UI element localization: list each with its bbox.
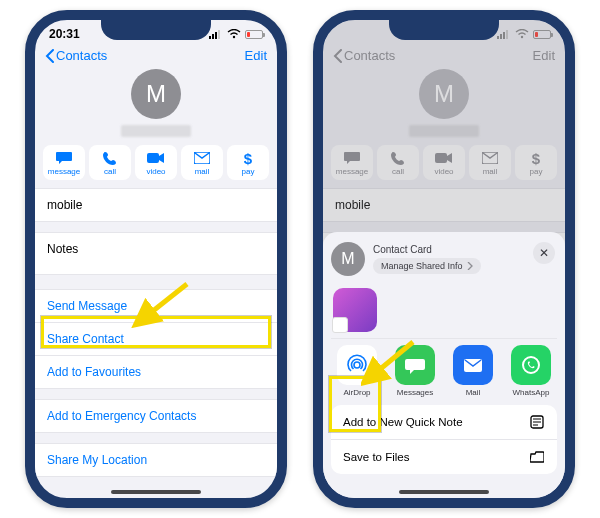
home-indicator[interactable] [111, 490, 201, 494]
battery-icon [245, 30, 263, 39]
notes-label: Notes [35, 233, 277, 274]
status-icons [209, 29, 263, 39]
close-button[interactable]: ✕ [533, 242, 555, 264]
chevron-left-icon [45, 49, 54, 63]
call-label: call [104, 167, 116, 176]
svg-rect-2 [215, 32, 217, 39]
svg-point-4 [233, 36, 235, 38]
mail-app-label: Mail [466, 388, 481, 397]
nav-bar: Contacts Edit [35, 44, 277, 67]
messages-app-button[interactable]: Messages [389, 345, 441, 397]
manage-shared-info-button[interactable]: Manage Shared Info [373, 258, 481, 274]
video-icon [147, 151, 165, 165]
pay-button[interactable]: $ pay [227, 145, 269, 180]
share-apps-row: AirDrop Messages Mail WhatsApp [331, 338, 557, 405]
back-button[interactable]: Contacts [45, 48, 107, 63]
airdrop-icon [337, 345, 377, 385]
message-icon [55, 151, 73, 165]
pay-icon: $ [239, 151, 257, 165]
chevron-right-icon [467, 262, 473, 270]
svg-rect-5 [147, 153, 159, 163]
status-time: 20:31 [49, 27, 80, 41]
mail-button[interactable]: mail [181, 145, 223, 180]
add-emergency-link[interactable]: Add to Emergency Contacts [35, 400, 277, 432]
mobile-label: mobile [35, 189, 277, 221]
home-indicator[interactable] [399, 490, 489, 494]
folder-icon [529, 449, 545, 465]
contact-avatar[interactable]: M [131, 69, 181, 119]
contact-name [121, 125, 191, 137]
battery-icon [533, 30, 551, 39]
messages-icon [395, 345, 435, 385]
pay-label: pay [242, 167, 255, 176]
contact-actions-row: message call video mail $ pay [35, 145, 277, 188]
avatar-initial: M [146, 80, 166, 108]
whatsapp-label: WhatsApp [513, 388, 550, 397]
save-files-label: Save to Files [343, 451, 409, 463]
sheet-actions: Add to New Quick Note Save to Files [331, 405, 557, 474]
messages-label: Messages [397, 388, 433, 397]
mail-label: mail [195, 167, 210, 176]
message-button[interactable]: message [43, 145, 85, 180]
contact-name [409, 125, 479, 137]
mail-app-button[interactable]: Mail [447, 345, 499, 397]
video-button[interactable]: video [135, 145, 177, 180]
add-favourites-link[interactable]: Add to Favourites [35, 355, 277, 388]
notes-section[interactable]: Notes [35, 232, 277, 275]
share-contact-link[interactable]: Share Contact [35, 322, 277, 355]
contact-thumbnail[interactable] [333, 288, 377, 332]
send-message-link[interactable]: Send Message [35, 290, 277, 322]
svg-point-16 [523, 357, 539, 373]
cellular-icon [209, 29, 223, 39]
mail-icon [193, 151, 211, 165]
svg-rect-3 [218, 30, 220, 39]
airdrop-label: AirDrop [343, 388, 370, 397]
phone-icon [101, 151, 119, 165]
edit-button[interactable]: Edit [245, 48, 267, 63]
contact-options: Send Message Share Contact Add to Favour… [35, 289, 277, 389]
whatsapp-button[interactable]: WhatsApp [505, 345, 557, 397]
back-label: Contacts [56, 48, 107, 63]
svg-rect-0 [209, 36, 211, 39]
airdrop-button[interactable]: AirDrop [331, 345, 383, 397]
save-files-button[interactable]: Save to Files [331, 439, 557, 474]
svg-point-14 [354, 362, 360, 368]
mail-app-icon [453, 345, 493, 385]
add-quicknote-button[interactable]: Add to New Quick Note [331, 405, 557, 439]
quicknote-icon [529, 414, 545, 430]
add-quicknote-label: Add to New Quick Note [343, 416, 463, 428]
close-icon: ✕ [539, 246, 549, 260]
whatsapp-icon [511, 345, 551, 385]
message-label: message [48, 167, 80, 176]
video-label: video [146, 167, 165, 176]
share-sheet-header: M Contact Card Manage Shared Info ✕ [331, 242, 557, 284]
svg-rect-1 [212, 34, 214, 39]
share-sheet: M Contact Card Manage Shared Info ✕ AirD… [323, 232, 565, 498]
share-location-link[interactable]: Share My Location [35, 444, 277, 476]
call-button[interactable]: call [89, 145, 131, 180]
sheet-avatar: M [331, 242, 365, 276]
sheet-title: Contact Card [373, 244, 481, 255]
wifi-icon [227, 29, 241, 39]
mobile-section[interactable]: mobile [35, 188, 277, 222]
